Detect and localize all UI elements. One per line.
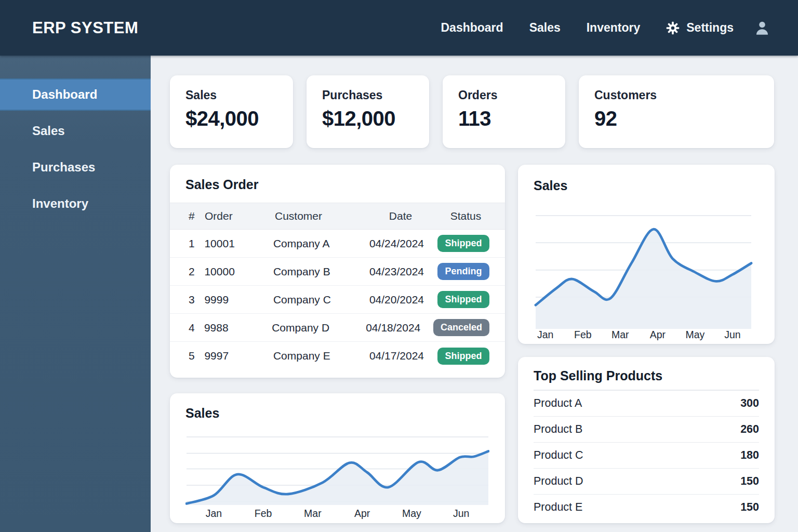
product-value: 150 <box>740 475 759 488</box>
nav-dashboard-label: Dashboard <box>441 21 503 35</box>
chart-title: Sales <box>185 406 489 421</box>
nav-inventory-label: Inventory <box>587 21 641 35</box>
cell-date: 04/18/2024 <box>353 322 433 334</box>
col-header-status: Status <box>442 210 489 222</box>
stat-label: Purchases <box>322 88 414 102</box>
product-name: Product A <box>534 397 582 410</box>
cell-order: 10001 <box>204 237 273 250</box>
svg-text:Apr: Apr <box>354 508 370 519</box>
product-row[interactable]: Product E 150 <box>534 495 759 521</box>
erp-dashboard-screen: ERP SYSTEM Dashboard Sales Inventory <box>0 0 798 532</box>
status-badge: Pending <box>437 263 489 280</box>
sales-order-title: Sales Order <box>185 177 489 192</box>
table-row[interactable]: 3 9999 Company C 04/20/2024 Shipped <box>170 286 505 314</box>
sidebar: Dashboard Sales Purchases Inventory <box>0 56 151 532</box>
product-row[interactable]: Product B 260 <box>534 417 759 443</box>
product-row[interactable]: Product C 180 <box>534 443 759 469</box>
stat-card-sales: Sales $24,000 <box>170 75 293 148</box>
cell-customer: Company D <box>272 322 353 334</box>
cell-order: 10000 <box>204 265 273 278</box>
stat-label: Sales <box>185 88 277 102</box>
col-header-order: Order <box>205 210 275 222</box>
cell-customer: Company B <box>273 265 356 278</box>
table-row[interactable]: 4 9988 Company D 04/18/2024 Canceled <box>170 314 505 342</box>
top-products-list: Product A 300 Product B 260 Product C 18… <box>534 391 759 521</box>
cell-num: 3 <box>185 294 204 306</box>
chart-title: Sales <box>534 178 759 193</box>
product-name: Product B <box>534 423 582 436</box>
svg-text:Jan: Jan <box>537 329 553 340</box>
svg-text:Mar: Mar <box>611 329 629 340</box>
sidebar-item-dashboard[interactable]: Dashboard <box>0 78 151 111</box>
stat-value: 92 <box>594 107 759 130</box>
sidebar-item-inventory[interactable]: Inventory <box>0 188 151 220</box>
table-body: 1 10001 Company A 04/24/2024 Shipped 2 1… <box>170 230 505 370</box>
product-value: 180 <box>740 449 759 462</box>
app-logo: ERP SYSTEM <box>32 19 138 37</box>
cell-date: 04/23/2024 <box>356 265 437 278</box>
top-nav-links: Dashboard Sales Inventory <box>441 21 734 35</box>
col-header-date: Date <box>359 210 442 222</box>
cell-customer: Company C <box>273 294 356 306</box>
svg-text:Feb: Feb <box>574 329 592 340</box>
sales-area-chart-bottom: JanFebMarAprMayJun <box>185 433 489 521</box>
cell-date: 04/20/2024 <box>356 294 437 306</box>
svg-text:May: May <box>402 508 421 519</box>
cell-order: 9999 <box>204 294 273 306</box>
sidebar-nav: Dashboard Sales Purchases Inventory <box>0 56 151 220</box>
table-row[interactable]: 2 10000 Company B 04/23/2024 Pending <box>170 258 505 286</box>
product-name: Product E <box>534 501 582 514</box>
nav-dashboard[interactable]: Dashboard <box>441 21 503 35</box>
svg-text:Apr: Apr <box>650 329 666 340</box>
nav-settings[interactable]: Settings <box>666 21 734 35</box>
nav-settings-label: Settings <box>686 21 734 35</box>
top-navbar: ERP SYSTEM Dashboard Sales Inventory <box>0 0 798 56</box>
cell-order: 9997 <box>204 350 273 362</box>
cell-num: 4 <box>185 322 204 334</box>
main-content: Sales $24,000 Purchases $12,000 Orders 1… <box>151 56 798 532</box>
nav-inventory[interactable]: Inventory <box>587 21 641 35</box>
stat-card-customers: Customers 92 <box>579 75 774 148</box>
top-products-card: Top Selling Products Product A 300 Produ… <box>518 357 775 523</box>
stat-value: 113 <box>458 107 550 130</box>
sales-area-chart-right: JanFebMarAprMayJun <box>534 207 759 341</box>
sidebar-item-label: Sales <box>32 124 65 138</box>
product-value: 300 <box>740 397 759 410</box>
svg-text:Jan: Jan <box>206 508 222 519</box>
product-row[interactable]: Product A 300 <box>534 391 759 417</box>
stat-card-orders: Orders 113 <box>443 75 565 148</box>
product-value: 260 <box>740 423 759 436</box>
nav-sales-label: Sales <box>529 21 561 35</box>
cell-order: 9988 <box>204 322 272 334</box>
svg-text:Mar: Mar <box>304 508 322 519</box>
table-row[interactable]: 1 10001 Company A 04/24/2024 Shipped <box>170 230 505 258</box>
product-value: 150 <box>740 501 759 514</box>
cell-num: 1 <box>185 237 204 250</box>
user-avatar-button[interactable] <box>753 19 771 37</box>
sales-trend-card-right: Sales JanFebMarAprMayJun <box>518 165 775 344</box>
gear-icon <box>666 21 680 35</box>
sidebar-item-label: Dashboard <box>32 87 97 102</box>
col-header-num: # <box>185 210 205 222</box>
svg-text:Jun: Jun <box>724 329 740 340</box>
stat-value: $24,000 <box>185 107 277 130</box>
cell-date: 04/24/2024 <box>356 237 437 250</box>
svg-text:Jun: Jun <box>453 508 469 519</box>
sidebar-item-purchases[interactable]: Purchases <box>0 151 151 183</box>
sidebar-item-sales[interactable]: Sales <box>0 115 151 147</box>
sidebar-item-label: Inventory <box>32 196 88 211</box>
product-row[interactable]: Product D 150 <box>534 469 759 495</box>
stat-card-purchases: Purchases $12,000 <box>307 75 429 148</box>
status-badge: Shipped <box>437 291 489 308</box>
cell-date: 04/17/2024 <box>356 350 437 362</box>
svg-text:May: May <box>686 329 705 340</box>
status-badge: Canceled <box>433 319 489 336</box>
table-row[interactable]: 5 9997 Company E 04/17/2024 Shipped <box>170 342 505 370</box>
user-avatar-icon <box>753 19 771 37</box>
stat-label: Customers <box>594 88 759 102</box>
svg-text:Feb: Feb <box>255 508 272 519</box>
nav-sales[interactable]: Sales <box>529 21 561 35</box>
stat-value: $12,000 <box>322 107 414 130</box>
product-name: Product C <box>534 449 583 462</box>
product-name: Product D <box>534 475 583 488</box>
